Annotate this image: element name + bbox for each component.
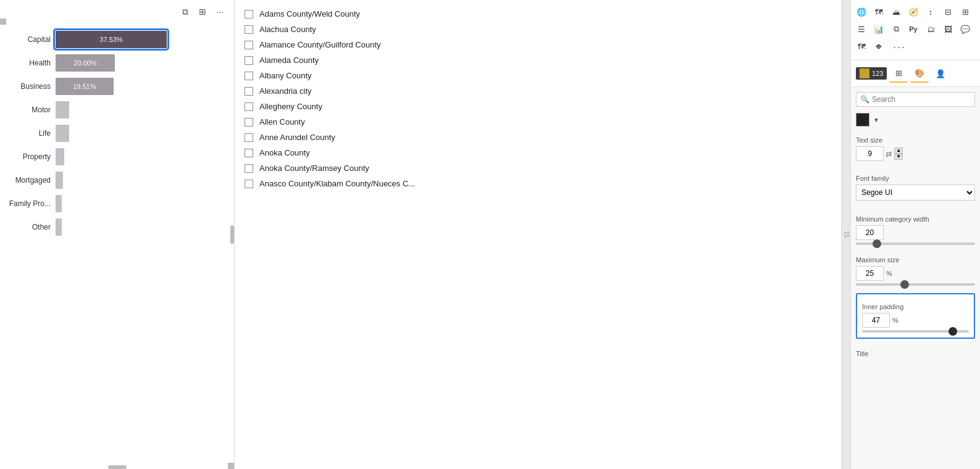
text-size-down[interactable]: ▼ (894, 154, 903, 160)
format-tab-paint[interactable]: 🎨 (910, 64, 929, 83)
min-category-input[interactable] (856, 225, 884, 240)
bar-row[interactable]: Mortgaged (6, 172, 228, 189)
list-item-label: Anoka County/Ramsey County (259, 164, 369, 173)
py-icon[interactable]: Py (905, 21, 921, 37)
inner-padding-unit: % (892, 317, 898, 324)
list-item[interactable]: Adams County/Weld County (235, 6, 841, 22)
bar-fill[interactable] (56, 172, 63, 189)
checkbox[interactable] (245, 164, 253, 173)
bar-row[interactable]: Motor (6, 101, 228, 118)
text-size-up[interactable]: ▲ (894, 147, 903, 154)
layout-icon[interactable]: ⧉ (888, 21, 904, 37)
sort-icon[interactable]: ↕ (923, 4, 939, 20)
bar-fill[interactable]: 19.51% (56, 78, 114, 95)
text-size-row: pt ▲ ▼ (856, 146, 975, 161)
checkbox[interactable] (245, 133, 253, 142)
inner-padding-box: Inner padding % (856, 293, 975, 339)
max-size-slider[interactable] (856, 283, 975, 286)
format-tab-grid[interactable]: ⊞ (889, 64, 908, 83)
mountain-icon[interactable]: ⛰ (888, 4, 904, 20)
checkbox[interactable] (245, 25, 253, 34)
list-item[interactable]: Anasco County/Klabam County/Nueces C... (235, 176, 841, 191)
checkbox[interactable] (245, 10, 253, 19)
folder-icon[interactable]: 🗂 (923, 21, 939, 37)
bar-row[interactable]: Health20.00% (6, 54, 228, 72)
bar-chart: Capital37.53%Health20.00%Business19.51%M… (0, 25, 234, 248)
bar-row[interactable]: Capital37.53% (6, 31, 228, 48)
list-item[interactable]: Alameda County (235, 52, 841, 68)
bar-label: Property (6, 152, 56, 161)
bar-fill[interactable]: 20.00% (56, 54, 115, 72)
checkbox[interactable] (245, 72, 253, 80)
more-icon[interactable]: ··· (213, 5, 227, 19)
format-search-input[interactable] (872, 95, 971, 104)
inner-padding-slider[interactable] (862, 330, 969, 333)
max-size-input[interactable] (856, 266, 884, 281)
bar-label: Motor (6, 106, 56, 114)
map2-icon[interactable]: 🗺 (853, 38, 869, 54)
bar-fill[interactable]: 37.53% (56, 31, 167, 48)
map-icon[interactable]: 🗺 (871, 4, 887, 20)
diamond-icon[interactable]: ❖ (871, 38, 887, 54)
min-category-slider[interactable] (856, 243, 975, 245)
checkbox[interactable] (245, 56, 253, 65)
title-section: Title (851, 342, 980, 363)
list-item[interactable]: Alamance County/Guilford County (235, 37, 841, 52)
chart-icon[interactable]: 📊 (871, 21, 887, 37)
search-icon: 🔍 (860, 95, 869, 104)
bar-label: Business (6, 82, 56, 91)
min-category-section: Minimum category width (851, 208, 980, 249)
format-subtabs: 123 ⊞ 🎨 👤 (851, 60, 980, 87)
select-icon[interactable]: ⊞ (196, 5, 209, 19)
checkbox[interactable] (245, 87, 253, 96)
bar-row[interactable]: Other (6, 218, 228, 236)
list-item[interactable]: Anoka County/Ramsey County (235, 160, 841, 176)
bar-fill[interactable] (56, 125, 69, 142)
bar-fill[interactable] (56, 101, 69, 118)
list-item[interactable]: Allen County (235, 114, 841, 130)
table-icon[interactable]: ⊟ (940, 4, 956, 20)
list-item[interactable]: Anne Arundel County (235, 130, 841, 145)
checkbox[interactable] (245, 41, 253, 49)
bar-label: Mortgaged (6, 176, 56, 185)
resize-handle-bottom[interactable] (108, 465, 127, 469)
chat-icon[interactable]: 💬 (957, 21, 973, 37)
max-size-unit: % (886, 270, 892, 277)
filter-icon[interactable]: ⧉ (178, 5, 192, 19)
list-item[interactable]: Allegheny County (235, 99, 841, 114)
bar-row[interactable]: Family Pro... (6, 195, 228, 212)
color-swatch[interactable] (856, 113, 869, 127)
font-family-select[interactable]: Segoe UI Arial Calibri Times New Roman V… (856, 185, 975, 201)
bar-fill[interactable] (56, 148, 64, 165)
format-icon-grid: 🌐 🗺 ⛰ 🧭 ↕ ⊟ ⊞ ☰ 📊 ⧉ Py 🗂 🖼 💬 🗺 ❖ ··· (851, 0, 980, 60)
resize-handle-right[interactable] (230, 225, 234, 244)
checkbox[interactable] (245, 118, 253, 127)
resize-handle-tl[interactable] (0, 19, 6, 25)
list-item[interactable]: Alachua County (235, 22, 841, 37)
compass-icon[interactable]: 🧭 (905, 4, 921, 20)
list-item-label: Alexandria city (259, 86, 312, 96)
resize-handle-corner[interactable] (228, 463, 234, 469)
checkbox[interactable] (245, 149, 253, 157)
bar-row[interactable]: Business19.51% (6, 78, 228, 95)
image-icon[interactable]: 🖼 (940, 21, 956, 37)
globe-icon[interactable]: 🌐 (853, 4, 869, 20)
bar-row[interactable]: Property (6, 148, 228, 165)
format-tab-person[interactable]: 👤 (931, 64, 950, 83)
bar-fill[interactable] (56, 195, 62, 212)
checkbox[interactable] (245, 180, 253, 188)
inner-padding-input[interactable] (862, 313, 890, 328)
list-item[interactable]: Anoka County (235, 145, 841, 160)
grid-icon[interactable]: ⊞ (957, 4, 973, 20)
list-icon[interactable]: ☰ (853, 21, 869, 37)
bar-row[interactable]: Life (6, 125, 228, 142)
format-search-box[interactable]: 🔍 (856, 92, 975, 107)
bar-fill[interactable] (56, 218, 62, 236)
list-item[interactable]: Alexandria city (235, 83, 841, 99)
list-item[interactable]: Albany County (235, 68, 841, 83)
checkbox[interactable] (245, 102, 253, 111)
title-label: Title (856, 350, 975, 357)
text-size-input[interactable] (856, 146, 884, 161)
text-size-unit: pt (886, 150, 892, 157)
color-dropdown-arrow[interactable]: ▼ (873, 117, 879, 123)
